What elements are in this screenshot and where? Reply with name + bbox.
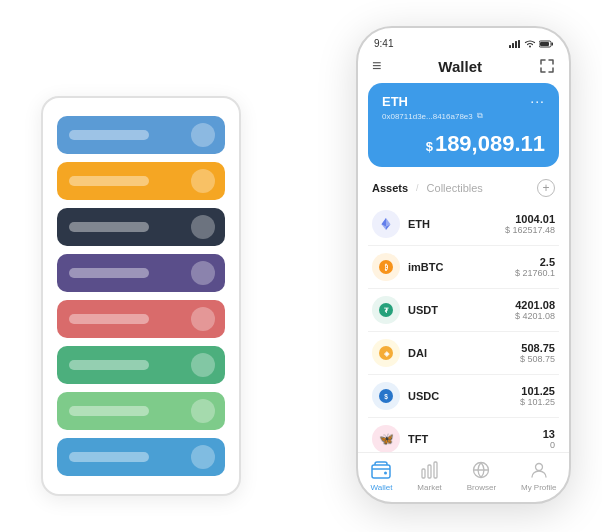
copy-icon[interactable]: ⧉ (477, 111, 483, 121)
tft-icon: 🦋 (372, 425, 400, 452)
eth-balance: $189,089.11 (382, 131, 545, 157)
battery-icon (539, 40, 553, 48)
bottom-nav: Wallet Market (358, 452, 569, 502)
table-row[interactable]: ETH 1004.01 $ 162517.48 (368, 203, 559, 246)
svg-rect-18 (428, 465, 431, 478)
nav-market[interactable]: Market (417, 459, 441, 492)
card-dot (191, 399, 215, 423)
menu-icon[interactable]: ≡ (372, 57, 381, 75)
svg-point-21 (535, 464, 542, 471)
card-label (69, 360, 149, 370)
tab-assets[interactable]: Assets (372, 182, 408, 194)
list-item[interactable] (57, 208, 225, 246)
card-label (69, 268, 149, 278)
eth-card-label: ETH (382, 94, 408, 109)
list-item[interactable] (57, 162, 225, 200)
assets-tabs: Assets / Collectibles (372, 182, 483, 194)
asset-balance: 508.75 (520, 342, 555, 354)
svg-rect-0 (509, 45, 511, 48)
eth-address: 0x08711d3e...8416a78e3 ⧉ (382, 111, 545, 121)
nav-profile-label: My Profile (521, 483, 557, 492)
usdc-icon: $ (372, 382, 400, 410)
list-item[interactable] (57, 300, 225, 338)
table-row[interactable]: ₿ imBTC 2.5 $ 21760.1 (368, 246, 559, 289)
tab-divider: / (416, 183, 419, 193)
list-item[interactable] (57, 392, 225, 430)
asset-amounts: 2.5 $ 21760.1 (515, 256, 555, 278)
svg-rect-17 (422, 469, 425, 478)
card-label (69, 176, 149, 186)
svg-rect-15 (372, 465, 390, 478)
phone-mockup: 9:41 (356, 26, 571, 504)
card-dot (191, 261, 215, 285)
asset-amounts: 101.25 $ 101.25 (520, 385, 555, 407)
asset-list: ETH 1004.01 $ 162517.48 ₿ imBTC 2.5 $ 21… (358, 203, 569, 452)
asset-amounts: 1004.01 $ 162517.48 (505, 213, 555, 235)
asset-balance: 2.5 (515, 256, 555, 268)
list-item[interactable] (57, 116, 225, 154)
card-dot (191, 169, 215, 193)
status-time: 9:41 (374, 38, 393, 49)
nav-wallet-label: Wallet (370, 483, 392, 492)
tab-collectibles[interactable]: Collectibles (427, 182, 483, 194)
nav-browser-label: Browser (467, 483, 496, 492)
asset-symbol: ETH (408, 218, 505, 230)
asset-symbol: imBTC (408, 261, 515, 273)
profile-icon (528, 459, 550, 481)
card-label (69, 222, 149, 232)
svg-rect-1 (512, 43, 514, 48)
eth-card-menu[interactable]: ··· (530, 93, 545, 109)
usdt-icon: ₮ (372, 296, 400, 324)
asset-usd: $ 162517.48 (505, 225, 555, 235)
svg-text:$: $ (384, 393, 388, 401)
svg-text:◈: ◈ (383, 350, 390, 357)
list-item[interactable] (57, 346, 225, 384)
asset-symbol: DAI (408, 347, 520, 359)
scene: 9:41 (21, 16, 581, 516)
asset-amounts: 4201.08 $ 4201.08 (515, 299, 555, 321)
card-label (69, 314, 149, 324)
signal-icon (509, 40, 521, 48)
imbtc-icon: ₿ (372, 253, 400, 281)
market-icon (419, 459, 441, 481)
asset-symbol: TFT (408, 433, 543, 445)
nav-wallet[interactable]: Wallet (370, 459, 392, 492)
add-asset-button[interactable]: + (537, 179, 555, 197)
status-bar: 9:41 (358, 28, 569, 53)
asset-amounts: 508.75 $ 508.75 (520, 342, 555, 364)
asset-balance: 4201.08 (515, 299, 555, 311)
card-label (69, 130, 149, 140)
svg-text:₿: ₿ (384, 263, 388, 271)
card-label (69, 406, 149, 416)
table-row[interactable]: ◈ DAI 508.75 $ 508.75 (368, 332, 559, 375)
svg-rect-19 (434, 462, 437, 478)
asset-balance: 101.25 (520, 385, 555, 397)
svg-rect-2 (515, 41, 517, 48)
asset-amounts: 13 0 (543, 428, 555, 450)
expand-icon[interactable] (539, 58, 555, 74)
svg-rect-3 (518, 40, 520, 48)
list-item[interactable] (57, 438, 225, 476)
asset-usd: $ 21760.1 (515, 268, 555, 278)
asset-usd: $ 101.25 (520, 397, 555, 407)
browser-icon (470, 459, 492, 481)
phone-header: ≡ Wallet (358, 53, 569, 83)
table-row[interactable]: ₮ USDT 4201.08 $ 4201.08 (368, 289, 559, 332)
asset-usd: $ 508.75 (520, 354, 555, 364)
asset-balance: 13 (543, 428, 555, 440)
asset-usd: 0 (543, 440, 555, 450)
wifi-icon (524, 39, 536, 48)
list-item[interactable] (57, 254, 225, 292)
card-label (69, 452, 149, 462)
nav-market-label: Market (417, 483, 441, 492)
svg-rect-6 (540, 42, 549, 46)
asset-symbol: USDC (408, 390, 520, 402)
nav-profile[interactable]: My Profile (521, 459, 557, 492)
dai-icon: ◈ (372, 339, 400, 367)
status-icons (509, 39, 553, 48)
eth-card[interactable]: ETH ··· 0x08711d3e...8416a78e3 ⧉ $189,08… (368, 83, 559, 167)
nav-browser[interactable]: Browser (467, 459, 496, 492)
table-row[interactable]: 🦋 TFT 13 0 (368, 418, 559, 452)
card-dot (191, 215, 215, 239)
table-row[interactable]: $ USDC 101.25 $ 101.25 (368, 375, 559, 418)
